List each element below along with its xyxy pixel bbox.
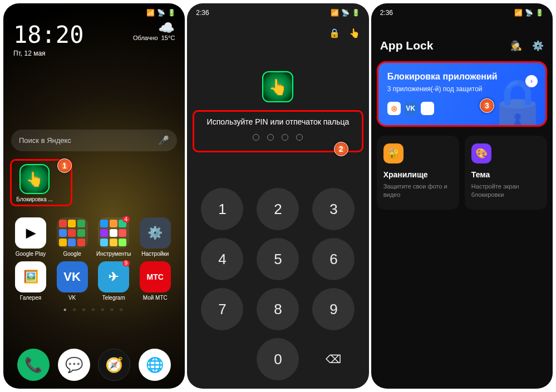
home-app-grid: ▶Google Play Google 4Инструменты ⚙️Настр… [11,217,177,301]
battery-icon: 🔋 [352,9,360,17]
key-empty [201,338,243,380]
dock: 📞 💬 🧭 🌐 [3,349,185,381]
key-1[interactable]: 1 [201,188,243,230]
key-5[interactable]: 5 [257,238,299,280]
vault-icon: 🔐 [383,143,404,163]
phone-home-screen: 📶 📡 🔋 18:20 Пт, 12 мая ☁️ Облачно 15°C П… [3,3,185,389]
dock-phone[interactable]: 📞 [17,349,50,381]
app-folder-google[interactable]: Google [53,217,92,257]
theme-desc: Настройте экран блокировки [471,182,540,200]
key-9[interactable]: 9 [312,288,355,330]
pin-dots [198,134,358,141]
page-indicator: ● ○ ○ ○ ○ ○ ○ [3,306,185,312]
pin-prompt-highlighted: Используйте PIN или отпечаток пальца 2 [193,110,363,152]
dock-browser[interactable]: 🧭 [98,349,130,381]
app-telegram[interactable]: 9✈Telegram [94,261,133,301]
app-google-play[interactable]: ▶Google Play [11,217,50,257]
key-8[interactable]: 8 [257,288,299,330]
wifi-icon: 📡 [341,9,350,17]
battery-icon: 🔋 [535,9,544,17]
app-gallery[interactable]: 🖼️Галерея [11,261,50,301]
applock-app-highlighted: 👆 Блокировка ... 1 [10,159,72,206]
settings-icon[interactable]: ⚙️ [532,40,544,52]
signal-icon: 📶 [331,9,339,17]
cloud-icon: ☁️ [133,21,175,34]
fingerprint-icon: 👆 [19,164,50,194]
app-vk[interactable]: VKVK [53,261,92,301]
palette-icon: 🎨 [471,143,491,163]
phone-pin-screen: 2:36 📶📡🔋 🔒 👆 👆 Используйте PIN или отпеч… [187,3,368,389]
key-6[interactable]: 6 [312,238,355,280]
key-0[interactable]: 0 [257,338,299,380]
app-settings[interactable]: ⚙️Настройки [136,217,175,257]
pin-prompt-text: Используйте PIN или отпечаток пальца [198,117,358,126]
wifi-icon: 📡 [157,9,165,17]
key-4[interactable]: 4 [201,238,243,280]
locked-app-1-icon: ◎ [387,102,401,115]
theme-title: Тема [471,170,540,179]
status-bar: 📶 📡 🔋 [3,3,185,17]
applock-app[interactable]: 👆 Блокировка ... [15,164,54,202]
battery-icon: 🔋 [168,9,176,17]
lock-icon[interactable]: 🔒 [329,28,340,38]
weather-widget[interactable]: ☁️ Облачно 15°C [133,21,175,41]
app-mts[interactable]: МТСМой МТС [136,261,175,301]
key-7[interactable]: 7 [201,288,243,330]
locked-app-play-icon: ▶ [421,102,434,115]
applock-logo: 👆 [262,71,293,102]
step-badge-2: 2 [334,142,348,156]
mic-icon[interactable]: 🎤 [158,135,169,146]
theme-card[interactable]: 🎨 Тема Настройте экран блокировки [465,136,547,210]
signal-icon: 📶 [514,9,523,17]
key-backspace[interactable]: ⌫ [312,338,355,380]
phone-applock-main: 2:36 📶📡🔋 App Lock 🕵️ ⚙️ Блокировка прило… [371,3,553,389]
step-badge-3: 3 [480,98,494,113]
fingerprint-icon[interactable]: 👆 [349,28,360,38]
incognito-icon[interactable]: 🕵️ [510,40,522,52]
status-bar: 2:36 📶📡🔋 [371,3,553,17]
storage-title: Хранилище [383,170,452,179]
dock-messages[interactable]: 💬 [58,349,90,381]
wifi-icon: 📡 [525,9,533,17]
locked-app-vk-icon: VK [404,102,417,115]
signal-icon: 📶 [146,9,155,17]
status-bar: 2:36 📶📡🔋 [187,3,368,17]
step-badge-1: 1 [57,158,72,173]
dock-chrome[interactable]: 🌐 [139,349,171,381]
search-placeholder: Поиск в Яндекс [19,136,71,145]
lock-bg-icon: 🔒 [486,76,547,127]
pin-keypad: 1 2 3 4 5 6 7 8 9 0 ⌫ [187,188,368,380]
clock-time: 18:20 [13,21,83,48]
clock-date: Пт, 12 мая [13,49,83,57]
search-bar[interactable]: Поиск в Яндекс 🎤 [11,130,177,151]
app-folder-tools[interactable]: 4Инструменты [94,217,133,257]
key-3[interactable]: 3 [312,188,355,230]
key-2[interactable]: 2 [257,188,299,230]
lock-card-highlighted[interactable]: Блокировка приложений 3 приложения(-й) п… [377,61,547,127]
storage-card[interactable]: 🔐 Хранилище Защитите свои фото и видео [377,136,459,210]
app-lock-title: App Lock [380,39,434,52]
storage-desc: Защитите свои фото и видео [383,182,452,200]
